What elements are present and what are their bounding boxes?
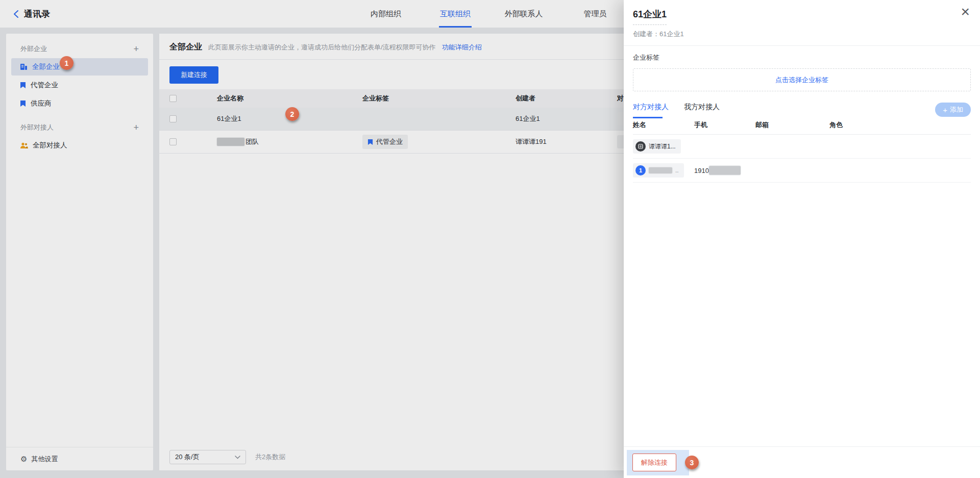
add-button-label: 添加 — [950, 105, 963, 114]
plus-icon: + — [943, 106, 947, 114]
contact-table-header: 姓名 手机 邮箱 角色 — [633, 118, 971, 135]
enterprise-detail-drawer: × 61企业1 创建者：61企业1 企业标签 点击选择企业标签 对方对接人 我方… — [624, 0, 980, 478]
column-email: 邮箱 — [755, 120, 769, 130]
annotation-badge-2: 2 — [285, 107, 299, 121]
annotation-badge-1: 1 — [60, 56, 74, 70]
add-partner-button[interactable]: + 添加 — [935, 103, 971, 117]
column-phone: 手机 — [694, 120, 707, 130]
org-avatar — [635, 141, 646, 152]
drawer-creator-line: 创建者：61企业1 — [633, 30, 971, 39]
column-name: 姓名 — [633, 120, 646, 130]
tag-section-label: 企业标签 — [633, 53, 971, 62]
column-role: 角色 — [829, 120, 843, 130]
name-ellipsis: .. — [675, 167, 679, 174]
contact-row[interactable]: 1 .. 1910 — [633, 159, 971, 183]
drawer-footer: 解除连接 — [624, 446, 980, 478]
close-icon[interactable]: × — [961, 4, 970, 19]
tab-their-partners[interactable]: 对方对接人 — [633, 103, 669, 118]
select-enterprise-tag-box[interactable]: 点击选择企业标签 — [633, 68, 971, 91]
redacted-name — [649, 167, 672, 173]
contact-name: 谭谭谭1... — [649, 142, 676, 151]
contact-row[interactable]: 谭谭谭1... — [633, 135, 971, 159]
tab-our-partners[interactable]: 我方对接人 — [684, 103, 720, 118]
contact-phone: 1910 — [694, 166, 741, 175]
org-logo-icon — [638, 144, 643, 149]
avatar: 1 — [635, 165, 646, 175]
annotation-badge-3: 3 — [685, 456, 699, 469]
partner-tabs-row: 对方对接人 我方对接人 + 添加 — [633, 103, 971, 118]
redacted-phone — [709, 166, 741, 175]
select-tag-placeholder: 点击选择企业标签 — [775, 76, 828, 85]
drawer-title: 61企业1 — [633, 8, 667, 25]
modal-dim-overlay[interactable] — [0, 0, 624, 478]
contact-table: 姓名 手机 邮箱 角色 谭谭谭1... 1 .. 1910 — [633, 118, 971, 183]
person-chip[interactable]: 谭谭谭1... — [633, 139, 681, 154]
disconnect-button[interactable]: 解除连接 — [632, 454, 676, 471]
person-chip[interactable]: 1 .. — [633, 163, 684, 178]
phone-prefix: 1910 — [694, 167, 709, 174]
divider — [624, 45, 980, 46]
